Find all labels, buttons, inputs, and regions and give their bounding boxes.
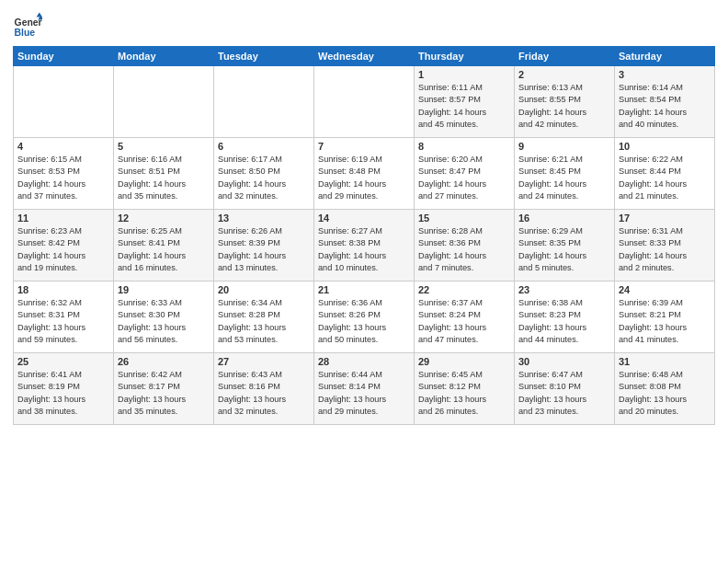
day-number: 7	[318, 141, 410, 152]
calendar-cell: 4Sunrise: 6:15 AM Sunset: 8:53 PM Daylig…	[14, 138, 114, 210]
calendar-cell: 28Sunrise: 6:44 AM Sunset: 8:14 PM Dayli…	[314, 353, 415, 425]
day-info: Sunrise: 6:27 AM Sunset: 8:38 PM Dayligh…	[318, 225, 410, 274]
calendar-cell: 25Sunrise: 6:41 AM Sunset: 8:19 PM Dayli…	[14, 353, 114, 425]
calendar-week-row-4: 18Sunrise: 6:32 AM Sunset: 8:31 PM Dayli…	[14, 282, 715, 353]
weekday-header-friday: Friday	[515, 47, 615, 66]
calendar-cell: 1Sunrise: 6:11 AM Sunset: 8:57 PM Daylig…	[415, 66, 515, 138]
calendar-cell: 24Sunrise: 6:39 AM Sunset: 8:21 PM Dayli…	[615, 282, 715, 353]
calendar-cell: 13Sunrise: 6:26 AM Sunset: 8:39 PM Dayli…	[214, 210, 314, 282]
day-number: 22	[418, 284, 510, 295]
day-info: Sunrise: 6:44 AM Sunset: 8:14 PM Dayligh…	[318, 369, 410, 418]
day-info: Sunrise: 6:34 AM Sunset: 8:28 PM Dayligh…	[218, 297, 310, 346]
day-info: Sunrise: 6:33 AM Sunset: 8:30 PM Dayligh…	[118, 297, 210, 346]
calendar-cell: 10Sunrise: 6:22 AM Sunset: 8:44 PM Dayli…	[615, 138, 715, 210]
calendar-cell: 22Sunrise: 6:37 AM Sunset: 8:24 PM Dayli…	[415, 282, 515, 353]
day-number: 20	[218, 284, 310, 295]
calendar-cell	[214, 66, 314, 138]
day-number: 14	[318, 213, 410, 224]
day-number: 29	[418, 356, 510, 367]
calendar-cell: 7Sunrise: 6:19 AM Sunset: 8:48 PM Daylig…	[314, 138, 415, 210]
svg-marker-2	[37, 13, 42, 17]
day-number: 27	[218, 356, 310, 367]
main-container: General Blue SundayMondayTuesdayWednesda…	[0, 0, 728, 563]
calendar-week-row-3: 11Sunrise: 6:23 AM Sunset: 8:42 PM Dayli…	[14, 210, 715, 282]
calendar-cell: 14Sunrise: 6:27 AM Sunset: 8:38 PM Dayli…	[314, 210, 415, 282]
day-info: Sunrise: 6:45 AM Sunset: 8:12 PM Dayligh…	[418, 369, 510, 418]
day-info: Sunrise: 6:21 AM Sunset: 8:45 PM Dayligh…	[518, 154, 610, 202]
header: General Blue	[13, 11, 715, 40]
svg-text:General: General	[15, 17, 42, 28]
calendar-cell	[314, 66, 415, 138]
day-number: 3	[619, 69, 711, 80]
day-info: Sunrise: 6:42 AM Sunset: 8:17 PM Dayligh…	[118, 369, 210, 418]
day-number: 10	[619, 141, 711, 152]
calendar-cell	[14, 66, 114, 138]
calendar-cell: 5Sunrise: 6:16 AM Sunset: 8:51 PM Daylig…	[114, 138, 214, 210]
calendar-cell: 29Sunrise: 6:45 AM Sunset: 8:12 PM Dayli…	[415, 353, 515, 425]
day-info: Sunrise: 6:19 AM Sunset: 8:48 PM Dayligh…	[318, 154, 410, 202]
day-info: Sunrise: 6:38 AM Sunset: 8:23 PM Dayligh…	[518, 297, 610, 346]
day-info: Sunrise: 6:41 AM Sunset: 8:19 PM Dayligh…	[17, 369, 109, 418]
day-info: Sunrise: 6:43 AM Sunset: 8:16 PM Dayligh…	[218, 369, 310, 418]
calendar-cell: 30Sunrise: 6:47 AM Sunset: 8:10 PM Dayli…	[515, 353, 615, 425]
day-number: 1	[418, 69, 510, 80]
weekday-header-monday: Monday	[114, 47, 214, 66]
day-number: 15	[418, 213, 510, 224]
day-number: 26	[118, 356, 210, 367]
day-number: 19	[118, 284, 210, 295]
calendar-cell: 31Sunrise: 6:48 AM Sunset: 8:08 PM Dayli…	[615, 353, 715, 425]
day-info: Sunrise: 6:23 AM Sunset: 8:42 PM Dayligh…	[17, 225, 109, 274]
day-info: Sunrise: 6:25 AM Sunset: 8:41 PM Dayligh…	[118, 225, 210, 274]
day-info: Sunrise: 6:32 AM Sunset: 8:31 PM Dayligh…	[17, 297, 109, 346]
calendar-cell	[114, 66, 214, 138]
calendar-cell: 16Sunrise: 6:29 AM Sunset: 8:35 PM Dayli…	[515, 210, 615, 282]
weekday-header-saturday: Saturday	[615, 47, 715, 66]
svg-text:Blue: Blue	[15, 28, 36, 38]
day-info: Sunrise: 6:36 AM Sunset: 8:26 PM Dayligh…	[318, 297, 410, 346]
day-info: Sunrise: 6:29 AM Sunset: 8:35 PM Dayligh…	[518, 225, 610, 274]
weekday-header-wednesday: Wednesday	[314, 47, 415, 66]
day-info: Sunrise: 6:31 AM Sunset: 8:33 PM Dayligh…	[619, 225, 711, 274]
weekday-header-row: SundayMondayTuesdayWednesdayThursdayFrid…	[14, 47, 715, 66]
calendar-cell: 11Sunrise: 6:23 AM Sunset: 8:42 PM Dayli…	[14, 210, 114, 282]
calendar-cell: 17Sunrise: 6:31 AM Sunset: 8:33 PM Dayli…	[615, 210, 715, 282]
weekday-header-thursday: Thursday	[415, 47, 515, 66]
calendar-cell: 2Sunrise: 6:13 AM Sunset: 8:55 PM Daylig…	[515, 66, 615, 138]
calendar-cell: 9Sunrise: 6:21 AM Sunset: 8:45 PM Daylig…	[515, 138, 615, 210]
day-number: 24	[619, 284, 711, 295]
day-info: Sunrise: 6:15 AM Sunset: 8:53 PM Dayligh…	[17, 154, 109, 202]
day-info: Sunrise: 6:37 AM Sunset: 8:24 PM Dayligh…	[418, 297, 510, 346]
day-number: 23	[518, 284, 610, 295]
day-number: 6	[218, 141, 310, 152]
calendar-cell: 3Sunrise: 6:14 AM Sunset: 8:54 PM Daylig…	[615, 66, 715, 138]
calendar-table: SundayMondayTuesdayWednesdayThursdayFrid…	[13, 46, 715, 425]
day-number: 13	[218, 213, 310, 224]
day-info: Sunrise: 6:22 AM Sunset: 8:44 PM Dayligh…	[619, 154, 711, 202]
day-info: Sunrise: 6:16 AM Sunset: 8:51 PM Dayligh…	[118, 154, 210, 202]
calendar-cell: 20Sunrise: 6:34 AM Sunset: 8:28 PM Dayli…	[214, 282, 314, 353]
day-info: Sunrise: 6:14 AM Sunset: 8:54 PM Dayligh…	[619, 82, 711, 131]
calendar-cell: 12Sunrise: 6:25 AM Sunset: 8:41 PM Dayli…	[114, 210, 214, 282]
day-number: 17	[619, 213, 711, 224]
calendar-cell: 23Sunrise: 6:38 AM Sunset: 8:23 PM Dayli…	[515, 282, 615, 353]
calendar-week-row-1: 1Sunrise: 6:11 AM Sunset: 8:57 PM Daylig…	[14, 66, 715, 138]
logo-icon: General Blue	[13, 11, 42, 40]
calendar-week-row-2: 4Sunrise: 6:15 AM Sunset: 8:53 PM Daylig…	[14, 138, 715, 210]
day-number: 16	[518, 213, 610, 224]
day-number: 12	[118, 213, 210, 224]
day-number: 31	[619, 356, 711, 367]
weekday-header-tuesday: Tuesday	[214, 47, 314, 66]
day-info: Sunrise: 6:26 AM Sunset: 8:39 PM Dayligh…	[218, 225, 310, 274]
calendar-cell: 15Sunrise: 6:28 AM Sunset: 8:36 PM Dayli…	[415, 210, 515, 282]
calendar-cell: 8Sunrise: 6:20 AM Sunset: 8:47 PM Daylig…	[415, 138, 515, 210]
calendar-week-row-5: 25Sunrise: 6:41 AM Sunset: 8:19 PM Dayli…	[14, 353, 715, 425]
day-info: Sunrise: 6:17 AM Sunset: 8:50 PM Dayligh…	[218, 154, 310, 202]
day-number: 30	[518, 356, 610, 367]
calendar-cell: 26Sunrise: 6:42 AM Sunset: 8:17 PM Dayli…	[114, 353, 214, 425]
calendar-cell: 27Sunrise: 6:43 AM Sunset: 8:16 PM Dayli…	[214, 353, 314, 425]
day-info: Sunrise: 6:39 AM Sunset: 8:21 PM Dayligh…	[619, 297, 711, 346]
day-info: Sunrise: 6:20 AM Sunset: 8:47 PM Dayligh…	[418, 154, 510, 202]
day-info: Sunrise: 6:28 AM Sunset: 8:36 PM Dayligh…	[418, 225, 510, 274]
day-info: Sunrise: 6:13 AM Sunset: 8:55 PM Dayligh…	[518, 82, 610, 131]
day-number: 8	[418, 141, 510, 152]
